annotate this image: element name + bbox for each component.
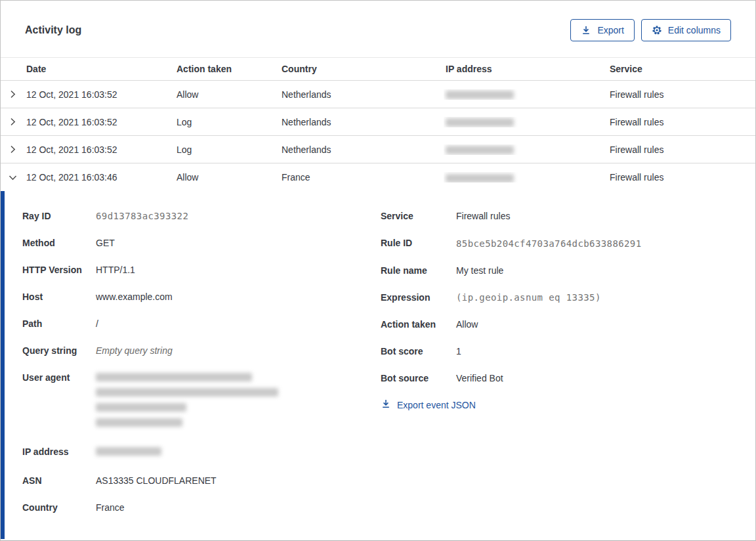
detail-field-value: /: [96, 316, 98, 332]
export-button-label: Export: [597, 25, 623, 35]
row-service: Firewall rules: [608, 172, 755, 183]
topbar: Activity log Export Edit c: [1, 1, 755, 57]
page-title: Activity log: [25, 24, 81, 36]
detail-left-column: Ray ID 69d13783ac393322 Method GET HTTP …: [22, 208, 381, 539]
detail-field-value: 1: [456, 343, 461, 360]
detail-field-label: Ray ID: [22, 208, 96, 225]
chevron-down-icon[interactable]: [1, 172, 24, 183]
table-header: Date Action taken Country IP address Ser…: [1, 57, 755, 81]
redacted-value: [96, 370, 278, 433]
detail-field: HTTP Version HTTP/1.1: [22, 262, 381, 278]
detail-field: Bot source Verified Bot: [381, 370, 742, 387]
row-action-taken: Allow: [175, 172, 280, 183]
redacted-text-line: [96, 418, 182, 427]
detail-field: Ray ID 69d13783ac393322: [22, 208, 381, 225]
activity-log-panel: Activity log Export Edit c: [0, 0, 756, 541]
row-ip-redacted: [444, 117, 608, 127]
row-ip-redacted: [444, 89, 608, 100]
row-service: Firewall rules: [608, 117, 755, 127]
redacted-text-line: [96, 373, 252, 381]
detail-field-value: 69d13783ac393322: [96, 208, 188, 225]
detail-field: Rule ID 85bce5b204cf4703a764dcb633886291: [381, 235, 742, 252]
detail-field: Rule name My test rule: [381, 263, 742, 279]
detail-field: Host www.example.com: [22, 289, 381, 305]
column-header-service: Service: [608, 64, 755, 74]
redacted-ip: [446, 118, 514, 127]
redacted-text-line: [96, 447, 161, 456]
row-country: Netherlands: [280, 117, 444, 127]
detail-field-label: Bot source: [381, 370, 456, 387]
row-country: France: [280, 172, 444, 183]
redacted-text-line: [96, 388, 278, 397]
detail-right-column: Service Firewall rules Rule ID 85bce5b20…: [381, 208, 742, 539]
detail-field: Country France: [22, 500, 381, 516]
detail-field-value: Empty query string: [96, 343, 173, 359]
row-action-taken: Allow: [175, 89, 280, 100]
export-button[interactable]: Export: [570, 19, 634, 41]
detail-field-value: France: [96, 500, 125, 516]
row-ip-redacted: [444, 144, 608, 155]
detail-field: Bot score 1: [381, 343, 742, 360]
table-row[interactable]: 12 Oct, 2021 16:03:52 Log Netherlands Fi…: [1, 136, 755, 163]
row-country: Netherlands: [280, 144, 444, 155]
chevron-right-icon[interactable]: [1, 144, 24, 155]
detail-field: Path /: [22, 316, 381, 332]
detail-field-value: My test rule: [456, 263, 503, 279]
edit-columns-button[interactable]: Edit columns: [641, 19, 731, 41]
redacted-text-line: [96, 403, 186, 412]
chevron-right-icon[interactable]: [1, 116, 24, 127]
detail-field-label: Service: [381, 208, 456, 225]
detail-field-label: Rule name: [381, 263, 456, 279]
detail-field-label: Rule ID: [381, 235, 456, 252]
row-action-taken: Log: [175, 144, 280, 155]
column-header-country: Country: [280, 64, 444, 74]
detail-field: User agent: [22, 370, 381, 433]
row-ip-redacted: [444, 172, 608, 183]
column-header-action: Action taken: [175, 64, 280, 74]
edit-columns-button-label: Edit columns: [668, 25, 721, 35]
detail-field-label: User agent: [22, 370, 96, 433]
detail-field-label: Bot score: [381, 343, 456, 360]
detail-field-value: (ip.geoip.asnum eq 13335): [456, 290, 601, 306]
row-date: 12 Oct, 2021 16:03:52: [24, 144, 175, 155]
detail-field-label: Path: [22, 316, 96, 332]
table-row[interactable]: 12 Oct, 2021 16:03:46 Allow France Firew…: [1, 163, 755, 191]
chevron-right-icon[interactable]: [1, 89, 24, 100]
detail-field-label: Method: [22, 235, 96, 251]
row-service: Firewall rules: [608, 89, 755, 100]
detail-field-label: HTTP Version: [22, 262, 96, 278]
download-icon: [381, 399, 391, 411]
table-row[interactable]: 12 Oct, 2021 16:03:52 Log Netherlands Fi…: [1, 108, 755, 136]
detail-field-label: IP address: [22, 444, 96, 462]
table-row[interactable]: 12 Oct, 2021 16:03:52 Allow Netherlands …: [1, 81, 755, 108]
gear-icon: [652, 25, 662, 35]
column-header-date: Date: [24, 64, 175, 74]
detail-field-label: Expression: [381, 290, 456, 306]
export-event-json-label: Export event JSON: [397, 400, 476, 410]
detail-field-value: www.example.com: [96, 289, 173, 305]
row-country: Netherlands: [280, 89, 444, 100]
detail-field-value: GET: [96, 235, 115, 251]
detail-field: Action taken Allow: [381, 316, 742, 333]
detail-field-value: Verified Bot: [456, 370, 503, 387]
toolbar: Export Edit columns: [570, 19, 731, 41]
detail-field: Service Firewall rules: [381, 208, 742, 225]
row-date: 12 Oct, 2021 16:03:46: [24, 172, 175, 183]
redacted-ip: [446, 91, 514, 99]
table-body: 12 Oct, 2021 16:03:52 Allow Netherlands …: [1, 81, 755, 191]
detail-field-label: Query string: [22, 343, 96, 359]
row-service: Firewall rules: [608, 144, 755, 155]
detail-field-label: Country: [22, 500, 96, 516]
event-detail-panel: Ray ID 69d13783ac393322 Method GET HTTP …: [1, 191, 755, 539]
redacted-ip: [446, 146, 514, 154]
detail-field-value: 85bce5b204cf4703a764dcb633886291: [456, 235, 642, 252]
detail-field-value: HTTP/1.1: [96, 262, 135, 278]
detail-field-value: Firewall rules: [456, 208, 510, 225]
export-event-json-link[interactable]: Export event JSON: [381, 399, 476, 411]
detail-field-label: Action taken: [381, 316, 456, 333]
detail-field: Query string Empty query string: [22, 343, 381, 359]
row-action-taken: Log: [175, 117, 280, 127]
detail-field-label: ASN: [22, 473, 96, 489]
download-icon: [581, 25, 591, 35]
detail-field: Method GET: [22, 235, 381, 251]
